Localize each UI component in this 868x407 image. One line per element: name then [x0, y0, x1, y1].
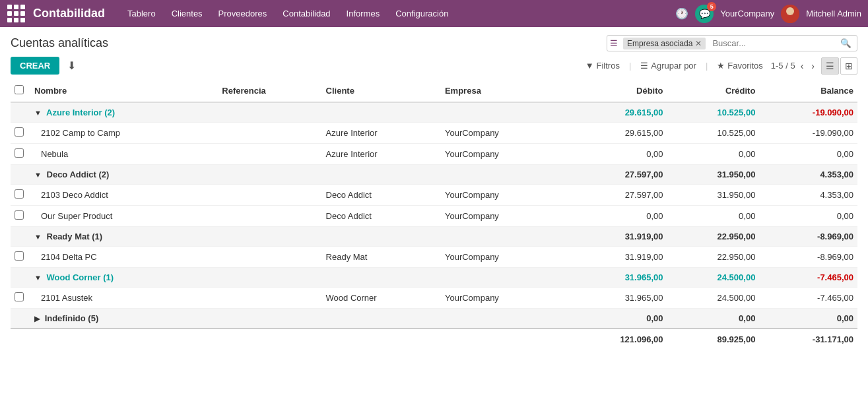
nav-clientes[interactable]: Clientes	[165, 5, 209, 22]
download-button[interactable]: ⬇	[65, 57, 79, 75]
group-name-cell[interactable]: ▶ Indefinido (5)	[30, 309, 565, 329]
row-checkbox-cell	[11, 123, 30, 144]
row-checkbox[interactable]	[15, 251, 24, 261]
list-view-button[interactable]: ☰	[821, 57, 839, 75]
table-row: 2103 Deco Addict Deco Addict YourCompany…	[11, 185, 857, 206]
group-label[interactable]: Wood Corner (1)	[47, 272, 114, 282]
row-cliente[interactable]: Ready Mat	[322, 247, 441, 268]
table-row: Nebula Azure Interior YourCompany 0,00 0…	[11, 144, 857, 165]
group-label[interactable]: Indefinido (5)	[45, 313, 99, 323]
row-cliente[interactable]: Wood Corner	[322, 288, 441, 309]
pagination: 1-5 / 5 ‹ ›	[771, 59, 817, 73]
row-checkbox-cell	[11, 185, 30, 206]
grid-view-button[interactable]: ⊞	[840, 57, 857, 75]
row-nombre[interactable]: Our Super Product	[30, 206, 218, 227]
row-checkbox[interactable]	[15, 292, 24, 301]
clock-icon[interactable]: 🕐	[675, 7, 688, 20]
filter-funnel-icon: ▼	[585, 61, 594, 71]
nav-configuracion[interactable]: Configuración	[389, 5, 455, 22]
group-debito: 0,00	[565, 309, 667, 329]
total-credito: 89.925,00	[667, 329, 759, 350]
row-cliente[interactable]: Azure Interior	[322, 144, 441, 165]
group-label[interactable]: Azure Interior (2)	[46, 108, 115, 117]
row-checkbox-cell	[11, 247, 30, 268]
analytic-table: Nombre Referencia Cliente Empresa Débito…	[11, 80, 857, 350]
row-empresa: YourCompany	[441, 206, 565, 227]
totals-label	[11, 329, 565, 350]
col-credito: Crédito	[667, 80, 759, 102]
group-name-cell[interactable]: ▼ Wood Corner (1)	[30, 268, 565, 288]
group-debito: 31.965,00	[565, 268, 667, 288]
next-page-button[interactable]: ›	[809, 59, 817, 73]
star-icon: ★	[717, 61, 725, 71]
col-select-all	[11, 80, 30, 102]
row-nombre[interactable]: 2103 Deco Addict	[30, 185, 218, 206]
row-referencia	[218, 123, 321, 144]
chat-button[interactable]: 💬 5	[695, 5, 714, 23]
group-credito: 24.500,00	[667, 268, 759, 288]
row-checkbox[interactable]	[15, 148, 24, 158]
toolbar-sep-1: |	[629, 61, 631, 71]
group-balance: 0,00	[759, 309, 857, 329]
row-checkbox[interactable]	[15, 127, 24, 137]
nav-contabilidad[interactable]: Contabilidad	[276, 5, 337, 22]
filters-dropdown[interactable]: ▼ Filtros	[582, 58, 624, 73]
table-row: 2102 Camp to Camp Azure Interior YourCom…	[11, 123, 857, 144]
row-empresa: YourCompany	[441, 288, 565, 309]
group-label[interactable]: Ready Mat (1)	[47, 232, 103, 241]
group-debito: 29.615,00	[565, 102, 667, 123]
svg-point-0	[786, 7, 794, 15]
group-dropdown[interactable]: ☰ Agrupar por	[636, 58, 700, 73]
row-balance: -8.969,00	[759, 247, 857, 268]
company-name[interactable]: YourCompany	[720, 9, 774, 18]
group-debito: 31.919,00	[565, 227, 667, 247]
prev-page-button[interactable]: ‹	[798, 59, 807, 73]
search-input[interactable]	[708, 36, 835, 51]
row-checkbox[interactable]	[15, 210, 24, 220]
row-nombre[interactable]: 2102 Camp to Camp	[30, 123, 218, 144]
row-balance: 4.353,00	[759, 185, 857, 206]
group-name-cell[interactable]: ▼ Deco Addict (2)	[30, 165, 565, 185]
col-cliente: Cliente	[322, 80, 441, 102]
group-label[interactable]: Deco Addict (2)	[47, 170, 110, 179]
row-cliente[interactable]: Azure Interior	[322, 123, 441, 144]
row-cliente[interactable]: Deco Addict	[322, 206, 441, 227]
nav-proveedores[interactable]: Proveedores	[212, 5, 274, 22]
row-empresa: YourCompany	[441, 123, 565, 144]
row-nombre[interactable]: 2101 Asustek	[30, 288, 218, 309]
search-filter-tag[interactable]: Empresa asociada ✕	[623, 38, 706, 49]
row-nombre[interactable]: 2104 Delta PC	[30, 247, 218, 268]
group-credito: 22.950,00	[667, 227, 759, 247]
row-checkbox[interactable]	[15, 189, 24, 199]
filter-remove-btn[interactable]: ✕	[695, 39, 702, 48]
group-name-cell[interactable]: ▼ Ready Mat (1)	[30, 227, 565, 247]
group-balance: -8.969,00	[759, 227, 857, 247]
search-button[interactable]: 🔍	[835, 36, 857, 51]
row-balance: 0,00	[759, 144, 857, 165]
nav-informes[interactable]: Informes	[340, 5, 387, 22]
group-credito: 0,00	[667, 309, 759, 329]
avatar[interactable]	[781, 5, 799, 23]
favorites-dropdown[interactable]: ★ Favoritos	[713, 58, 766, 73]
row-nombre[interactable]: Nebula	[30, 144, 218, 165]
group-check	[11, 268, 30, 288]
row-credito: 10.525,00	[667, 123, 759, 144]
group-row: ▼ Azure Interior (2) 29.615,00 10.525,00…	[11, 102, 857, 123]
toolbar-right: ▼ Filtros | ☰ Agrupar por | ★ Favoritos …	[582, 57, 857, 75]
group-chevron: ▼	[34, 233, 42, 241]
username[interactable]: Mitchell Admin	[806, 9, 861, 18]
row-checkbox-cell	[11, 206, 30, 227]
group-chevron: ▼	[34, 274, 42, 282]
row-cliente[interactable]: Deco Addict	[322, 185, 441, 206]
apps-menu[interactable]	[7, 5, 25, 23]
group-chevron: ▶	[34, 315, 40, 323]
row-debito: 29.615,00	[565, 123, 667, 144]
create-button[interactable]: CREAR	[11, 57, 59, 75]
group-icon: ☰	[640, 61, 648, 71]
table-row: 2101 Asustek Wood Corner YourCompany 31.…	[11, 288, 857, 309]
nav-tablero[interactable]: Tablero	[121, 5, 162, 22]
group-debito: 27.597,00	[565, 165, 667, 185]
row-balance: 0,00	[759, 206, 857, 227]
select-all-checkbox[interactable]	[15, 85, 24, 94]
group-name-cell[interactable]: ▼ Azure Interior (2)	[30, 102, 565, 123]
